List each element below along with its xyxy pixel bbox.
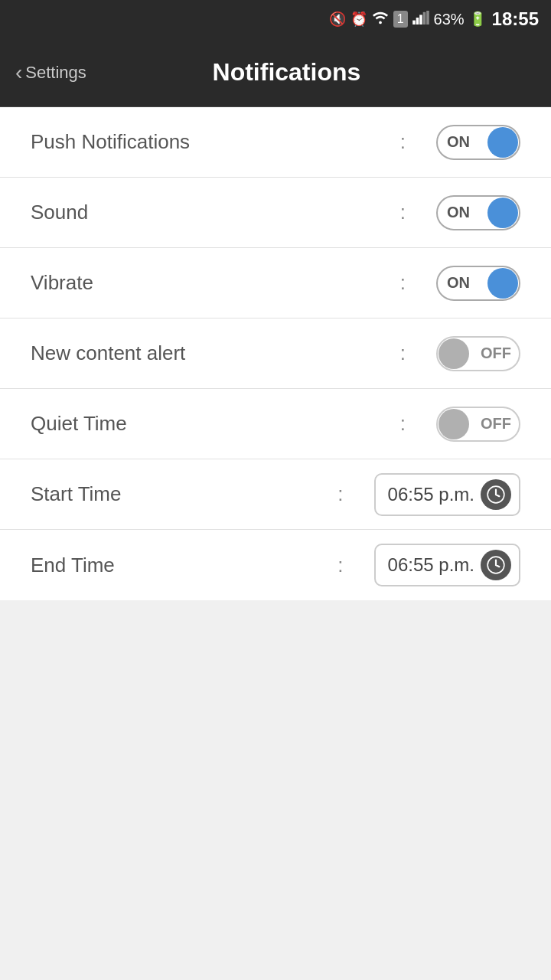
toggle-sound[interactable]: ON xyxy=(436,195,520,230)
time-value-start-time: 06:55 p.m. xyxy=(388,484,474,505)
settings-item-new-content-alert: New content alert:OFF xyxy=(0,318,551,389)
svg-rect-4 xyxy=(422,11,425,24)
toggle-container-new-content-alert: OFF xyxy=(436,336,520,371)
item-label-vibrate: Vibrate xyxy=(31,271,400,295)
item-colon-vibrate: : xyxy=(400,271,406,295)
item-colon-sound: : xyxy=(400,201,406,224)
item-label-start-time: Start Time xyxy=(31,482,337,506)
toggle-text-quiet-time: OFF xyxy=(481,415,511,433)
toggle-new-content-alert[interactable]: OFF xyxy=(436,336,520,371)
svg-point-0 xyxy=(379,21,382,24)
mute-icon: 🔇 xyxy=(329,11,346,28)
toggle-knob-quiet-time xyxy=(439,409,469,439)
toggle-container-quiet-time: OFF xyxy=(436,407,520,442)
item-colon-push-notifications: : xyxy=(400,130,406,154)
item-colon-end-time: : xyxy=(337,554,343,577)
toggle-text-vibrate: ON xyxy=(447,274,470,292)
battery-icon: 🔋 xyxy=(469,11,486,28)
toggle-text-push-notifications: ON xyxy=(447,133,470,151)
time-value-end-time: 06:55 p.m. xyxy=(388,554,474,576)
status-icons: 🔇 ⏰ 1 63% 🔋 xyxy=(329,11,486,28)
item-colon-start-time: : xyxy=(337,482,343,506)
toggle-knob-push-notifications xyxy=(487,127,518,158)
battery-label: 63% xyxy=(434,11,465,28)
settings-list: Push Notifications:ONSound:ONVibrate:ONN… xyxy=(0,107,551,600)
time-picker-end-time[interactable]: 06:55 p.m. xyxy=(374,544,520,586)
toggle-vibrate[interactable]: ON xyxy=(436,266,520,301)
page-title: Notifications xyxy=(99,58,474,87)
back-button[interactable]: ‹ Settings xyxy=(15,60,86,85)
toggle-knob-new-content-alert xyxy=(439,338,469,369)
settings-item-end-time: End Time:06:55 p.m. xyxy=(0,530,551,600)
toggle-knob-sound xyxy=(487,198,518,228)
settings-item-start-time: Start Time:06:55 p.m. xyxy=(0,459,551,530)
toggle-container-sound: ON xyxy=(436,195,520,230)
back-label: Settings xyxy=(25,63,86,83)
signal-icon xyxy=(412,11,429,28)
sim-icon: 1 xyxy=(393,11,408,28)
status-bar: 🔇 ⏰ 1 63% 🔋 18:55 xyxy=(0,0,551,38)
wifi-icon xyxy=(372,11,389,28)
toggle-container-vibrate: ON xyxy=(436,266,520,301)
content-area xyxy=(0,600,551,968)
alarm-icon: ⏰ xyxy=(350,11,367,28)
settings-item-push-notifications: Push Notifications:ON xyxy=(0,107,551,178)
item-label-sound: Sound xyxy=(31,201,400,224)
status-time: 18:55 xyxy=(492,8,539,30)
time-picker-start-time[interactable]: 06:55 p.m. xyxy=(374,473,520,516)
clock-icon-end-time xyxy=(481,550,511,580)
toggle-text-sound: ON xyxy=(447,204,470,221)
svg-rect-2 xyxy=(416,18,419,24)
clock-icon-start-time xyxy=(481,479,511,510)
svg-rect-3 xyxy=(419,15,422,24)
item-label-end-time: End Time xyxy=(31,554,337,577)
toggle-push-notifications[interactable]: ON xyxy=(436,125,520,160)
settings-item-quiet-time: Quiet Time:OFF xyxy=(0,389,551,459)
svg-rect-5 xyxy=(426,11,429,24)
item-label-new-content-alert: New content alert xyxy=(31,341,400,365)
settings-item-sound: Sound:ON xyxy=(0,178,551,248)
toggle-quiet-time[interactable]: OFF xyxy=(436,407,520,442)
back-chevron-icon: ‹ xyxy=(15,60,22,85)
item-colon-quiet-time: : xyxy=(400,412,406,436)
toolbar: ‹ Settings Notifications xyxy=(0,38,551,107)
item-colon-new-content-alert: : xyxy=(400,341,406,365)
svg-rect-1 xyxy=(412,20,416,24)
settings-item-vibrate: Vibrate:ON xyxy=(0,248,551,318)
item-label-quiet-time: Quiet Time xyxy=(31,412,400,436)
toggle-container-push-notifications: ON xyxy=(436,125,520,160)
item-label-push-notifications: Push Notifications xyxy=(31,130,400,154)
toggle-text-new-content-alert: OFF xyxy=(481,345,511,362)
toggle-knob-vibrate xyxy=(487,268,518,299)
